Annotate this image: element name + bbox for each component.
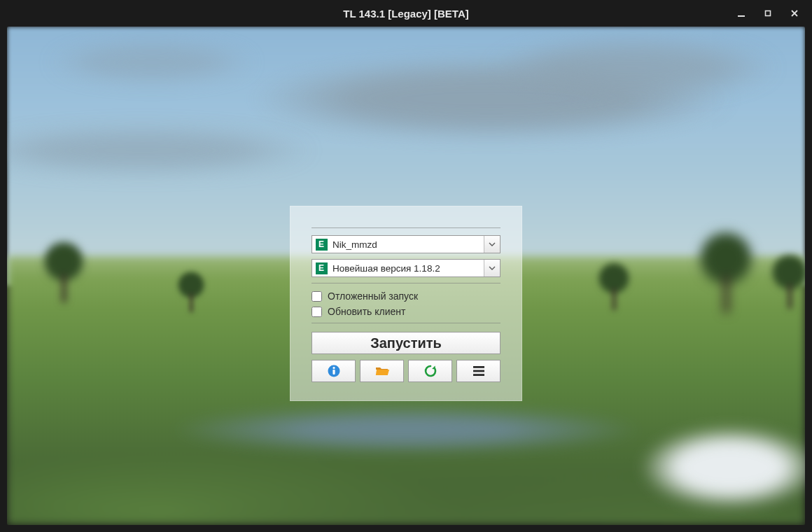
- svg-rect-1: [766, 11, 771, 16]
- chevron-down-icon: [489, 266, 496, 270]
- update-client-label: Обновить клиент: [328, 306, 405, 317]
- delayed-launch-label: Отложенный запуск: [328, 290, 418, 302]
- info-icon: [327, 364, 341, 378]
- divider: [312, 227, 500, 228]
- divider: [312, 323, 500, 323]
- svg-rect-4: [332, 370, 335, 374]
- minimize-button[interactable]: [728, 0, 755, 27]
- account-dropdown-arrow[interactable]: [484, 236, 500, 253]
- svg-rect-0: [738, 15, 745, 17]
- account-select[interactable]: E Nik_mmzd: [312, 235, 500, 253]
- delayed-launch-checkbox[interactable]: [312, 291, 322, 302]
- version-badge: E: [314, 261, 328, 275]
- close-button[interactable]: [781, 0, 808, 27]
- toolbar: [312, 360, 500, 382]
- app-window: TL 143.1 [Legacy] [BETA]: [0, 0, 812, 532]
- version-value: Новейшая версия 1.18.2: [328, 260, 484, 276]
- folder-button[interactable]: [360, 360, 404, 382]
- minimize-icon: [737, 9, 746, 18]
- login-panel: E Nik_mmzd E Новейшая версия 1.18.2: [290, 206, 522, 401]
- version-select[interactable]: E Новейшая версия 1.18.2: [312, 259, 500, 277]
- svg-rect-7: [473, 374, 484, 376]
- delayed-launch-row: Отложенный запуск: [312, 290, 500, 302]
- close-icon: [790, 9, 799, 18]
- titlebar: TL 143.1 [Legacy] [BETA]: [0, 0, 812, 27]
- maximize-button[interactable]: [755, 0, 781, 27]
- window-controls: [728, 0, 808, 27]
- account-value: Nik_mmzd: [328, 236, 484, 253]
- menu-icon: [472, 365, 485, 377]
- svg-point-3: [332, 367, 335, 369]
- svg-rect-6: [473, 370, 484, 372]
- menu-button[interactable]: [456, 360, 500, 382]
- account-badge: E: [314, 237, 328, 251]
- maximize-icon: [764, 9, 772, 18]
- update-client-checkbox[interactable]: [312, 307, 322, 317]
- svg-rect-5: [473, 366, 484, 368]
- info-button[interactable]: [312, 360, 356, 382]
- divider: [312, 283, 500, 284]
- refresh-icon: [424, 364, 438, 378]
- window-title: TL 143.1 [Legacy] [BETA]: [343, 8, 469, 20]
- version-dropdown-arrow[interactable]: [484, 260, 500, 276]
- version-badge-letter: E: [316, 262, 328, 274]
- launch-button[interactable]: Запустить: [312, 332, 500, 354]
- update-client-row: Обновить клиент: [312, 306, 500, 317]
- refresh-button[interactable]: [408, 360, 452, 382]
- content-area: E Nik_mmzd E Новейшая версия 1.18.2: [7, 27, 805, 525]
- account-badge-letter: E: [316, 239, 328, 251]
- chevron-down-icon: [489, 242, 496, 246]
- folder-icon: [374, 364, 390, 378]
